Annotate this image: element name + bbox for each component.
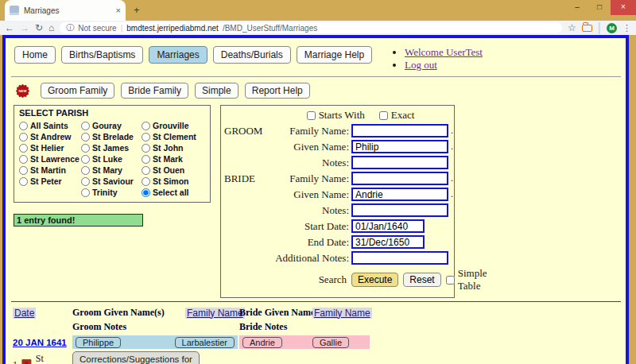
parish-name: St Saviour (36, 353, 72, 364)
parish-radio[interactable] (81, 122, 90, 130)
tab-title: Marriages (24, 6, 111, 15)
parish-radio[interactable] (19, 177, 28, 186)
parish-option-st-peter[interactable]: St Peter (19, 176, 81, 186)
bookmark-star-icon[interactable]: ☆ (568, 23, 576, 33)
parish-radio[interactable] (81, 144, 90, 153)
log-out-link[interactable]: Log out (405, 59, 437, 71)
new-tab-button[interactable]: + (134, 4, 140, 16)
result-count-banner: 1 entry found! (14, 214, 143, 227)
start-date-input[interactable] (351, 219, 425, 233)
parish-radio[interactable] (81, 188, 90, 197)
parish-option-st-saviour[interactable]: St Saviour (81, 176, 142, 186)
top-nav: Home Births/Baptisms Marriages Deaths/Bu… (11, 45, 621, 76)
exact-option[interactable]: Exact (379, 109, 415, 122)
parish-radio[interactable] (19, 155, 28, 164)
bride-family-button[interactable]: Bride Family (121, 83, 188, 99)
parish-radio[interactable] (142, 133, 150, 141)
parish-radio[interactable] (19, 166, 28, 175)
parish-radio[interactable] (81, 133, 90, 141)
parish-radio[interactable] (81, 155, 90, 164)
parish-option-select-all[interactable]: Select all (142, 188, 205, 197)
parish-radio[interactable] (81, 177, 90, 186)
parish-option-st-simon[interactable]: St Simon (142, 176, 205, 186)
parish-option-st-james[interactable]: St James (81, 143, 142, 153)
menu-kebab-icon[interactable]: ⋮ (622, 23, 631, 33)
parish-option-st-helier[interactable]: St Helier (19, 143, 81, 153)
parish-radio[interactable] (142, 144, 150, 153)
welcome-user-link[interactable]: Welcome UserTest (405, 46, 483, 58)
bookmarks-folder-icon[interactable] (582, 25, 592, 32)
parish-option-st-brelade[interactable]: St Brelade (81, 132, 142, 141)
parish-option-gouray[interactable]: Gouray (81, 121, 142, 130)
tab-close-icon[interactable]: × (116, 6, 121, 15)
parish-option-st-lawrence[interactable]: St Lawrence (19, 154, 81, 164)
parish-radio[interactable] (142, 166, 150, 175)
bride-given-name-input[interactable] (351, 188, 448, 201)
parish-option-st-luke[interactable]: St Luke (81, 154, 142, 164)
reload-icon[interactable]: ↻ (35, 23, 43, 33)
parish-option-st-martin[interactable]: St Martin (19, 165, 81, 175)
address-bar[interactable]: ⓘ Not secure | bmdtest.jerripediabmd.net… (60, 22, 562, 33)
groom-family-name-input[interactable] (351, 124, 448, 137)
profile-avatar[interactable]: M (607, 23, 617, 33)
simple-table-checkbox[interactable] (446, 276, 455, 285)
groom-given-button[interactable]: Philippe (76, 337, 121, 348)
result-date-link[interactable]: 20 JAN 1641 (13, 338, 72, 347)
corrections-button[interactable]: Corrections/Suggestions for Philippe & A… (72, 351, 200, 364)
additional-notes-input[interactable] (351, 251, 448, 265)
reset-button[interactable]: Reset (403, 273, 440, 287)
nav-marriages-button[interactable]: Marriages (149, 46, 207, 64)
parish-option-st-andrew[interactable]: St Andrew (19, 132, 81, 141)
simple-button[interactable]: Simple (195, 83, 238, 99)
parish-radio[interactable] (142, 155, 150, 164)
execute-button[interactable]: Execute (351, 273, 398, 287)
groom-given-header: Groom Given Name(s) (72, 307, 185, 319)
nav-home-button[interactable]: Home (14, 46, 56, 64)
nav-births-button[interactable]: Births/Baptisms (61, 46, 143, 64)
back-icon[interactable]: ← (5, 23, 14, 33)
parish-option-st-ouen[interactable]: St Ouen (142, 165, 205, 175)
nav-deaths-button[interactable]: Deaths/Burials (213, 46, 291, 64)
parish-radio[interactable] (19, 122, 28, 130)
parish-option-all-saints[interactable]: All Saints (19, 121, 81, 130)
starts-with-option[interactable]: Starts With (307, 109, 365, 122)
sort-by-bride-family-link[interactable]: Family Name (312, 308, 372, 319)
browser-tabstrip: Marriages × + – □ × (0, 0, 636, 21)
sort-by-groom-family-link[interactable]: Family Name (185, 308, 245, 319)
home-icon[interactable]: ⌂ (48, 23, 54, 33)
window-close-button[interactable]: × (611, 0, 636, 15)
starts-with-checkbox[interactable] (307, 111, 316, 120)
bride-given-button[interactable]: Andrie (242, 337, 282, 348)
parish-radio[interactable] (81, 166, 90, 175)
parish-option-grouville[interactable]: Grouville (142, 121, 205, 130)
end-date-input[interactable] (351, 235, 425, 249)
parish-option-trinity[interactable]: Trinity (81, 188, 142, 197)
page-viewport: Home Births/Baptisms Marriages Deaths/Bu… (0, 35, 636, 364)
parish-radio-selected[interactable] (142, 188, 150, 197)
bride-notes-input[interactable] (351, 203, 448, 217)
bride-family-name-input[interactable] (351, 172, 448, 185)
parish-radio[interactable] (142, 122, 150, 130)
window-minimize-button[interactable]: – (566, 0, 588, 15)
parish-option-st-mark[interactable]: St Mark (142, 154, 205, 164)
parish-radio[interactable] (19, 144, 28, 153)
groom-family-button[interactable]: Groom Family (41, 83, 114, 99)
parish-option-st-john[interactable]: St John (142, 143, 205, 153)
window-maximize-button[interactable]: □ (588, 0, 611, 15)
parish-option-st-clement[interactable]: St Clement (142, 132, 205, 141)
report-help-button[interactable]: Report Help (245, 83, 310, 99)
forward-icon[interactable]: → (20, 23, 29, 33)
bride-family-name-button[interactable]: Gallie (312, 337, 349, 348)
groom-given-name-input[interactable] (351, 140, 448, 153)
parish-option-st-mary[interactable]: St Mary (81, 165, 142, 175)
browser-tab[interactable]: Marriages × (5, 0, 126, 21)
simple-table-option[interactable]: Simple Table (446, 267, 487, 292)
exact-checkbox[interactable] (379, 111, 388, 120)
parish-radio[interactable] (19, 133, 28, 141)
sort-by-date-link[interactable]: Date (13, 308, 36, 319)
parish-radio[interactable] (142, 177, 150, 186)
info-icon[interactable]: ⓘ (66, 22, 74, 33)
groom-notes-input[interactable] (351, 156, 448, 169)
nav-marriage-help-button[interactable]: Marriage Help (297, 46, 372, 64)
groom-family-name-button[interactable]: Larbalestier (175, 337, 235, 348)
